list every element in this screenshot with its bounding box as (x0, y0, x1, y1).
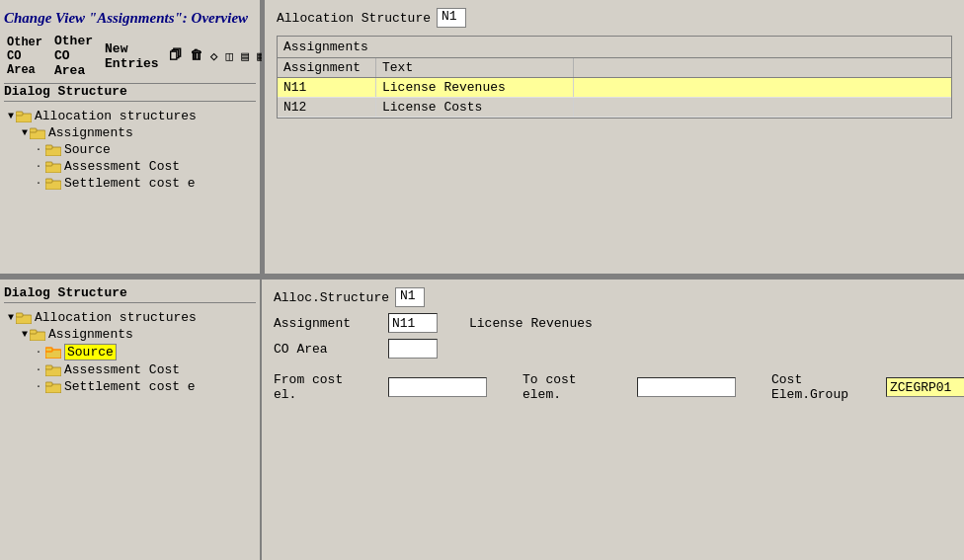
main-container: Change View "Assignments": Overview Othe… (0, 0, 964, 560)
svg-rect-5 (45, 145, 52, 149)
alloc-structure-value[interactable]: N1 (437, 8, 466, 28)
upper-dialog-structure: Change View "Assignments": Overview Othe… (0, 0, 262, 274)
lower-folder-icon-5 (45, 381, 61, 393)
svg-rect-19 (45, 382, 52, 386)
upper-dialog-structure-label: Dialog Structure (4, 84, 127, 99)
lower-tree-allocation-structures-label: Allocation structures (35, 310, 197, 325)
folder-icon-3 (45, 144, 61, 156)
copy-icon[interactable]: 🗍 (168, 46, 183, 66)
tree-assignments-label: Assignments (48, 125, 133, 140)
lower-dialog-structure: Dialog Structure ▼ Allocation structures… (0, 280, 262, 560)
svg-rect-15 (45, 348, 52, 352)
tree-arrow-2: ▼ (22, 127, 28, 138)
lower-cost-elem-row: From cost el. To cost elem. Cost Elem.Gr… (274, 372, 964, 402)
svg-rect-17 (45, 365, 52, 369)
assignments-box: Assignments Assignment Text N11 License … (277, 36, 952, 119)
lower-folder-icon-3-open (45, 347, 61, 359)
lower-from-cost-input[interactable] (388, 377, 487, 397)
lower-tree-assessment-cost-label: Assessment Cost (64, 362, 180, 377)
lower-tree-arrow-5: · (36, 381, 41, 392)
alloc-structure-label: Allocation Structure (277, 11, 431, 26)
lower-assignment-row: Assignment License Revenues (274, 313, 964, 333)
page-title: Change View "Assignments": Overview (4, 6, 256, 33)
lower-folder-icon-1 (16, 312, 32, 324)
lower-assignment-text: License Revenues (469, 316, 593, 331)
delete-icon[interactable]: 🗑 (189, 46, 203, 66)
lower-assignment-label: Assignment (274, 316, 372, 331)
lower-tree-assignments-label: Assignments (48, 327, 133, 342)
lower-tree-source[interactable]: · Source (4, 343, 256, 361)
lower-tree-arrow-4: · (36, 364, 41, 375)
lower-right-panel: Alloc.Structure N1 Assignment License Re… (262, 280, 964, 560)
lower-co-area-label: CO Area (274, 342, 372, 357)
tree-arrow-3: · (36, 144, 41, 155)
undo-icon[interactable]: ◇ (209, 46, 219, 66)
table2-icon[interactable]: ▤ (240, 46, 250, 66)
lower-tree-settlement-cost[interactable]: · Settlement cost e (4, 378, 256, 395)
tree-assessment-cost-label: Assessment Cost (64, 159, 180, 174)
upper-section: Change View "Assignments": Overview Othe… (0, 0, 964, 277)
tree-arrow-5: · (36, 178, 41, 189)
lower-alloc-structure-value[interactable]: N1 (395, 287, 425, 307)
tree-assessment-cost[interactable]: · Assessment Cost (4, 158, 256, 175)
lower-tree-arrow-2: ▼ (22, 329, 28, 340)
lower-from-cost-label: From cost el. (274, 372, 372, 402)
lower-section: Dialog Structure ▼ Allocation structures… (0, 280, 964, 560)
lower-folder-icon-4 (45, 364, 61, 376)
tree-source-label: Source (64, 142, 111, 157)
alloc-structure-row: Allocation Structure N1 (277, 8, 952, 28)
cell-assignment-n11: N11 (278, 78, 376, 97)
tree-settlement-cost[interactable]: · Settlement cost e (4, 175, 256, 192)
upper-right-panel: Allocation Structure N1 Assignments Assi… (265, 0, 964, 274)
col-header-assignment: Assignment (278, 58, 376, 77)
table-row-n11[interactable]: N11 License Revenues (278, 78, 951, 98)
lower-tree-assessment-cost[interactable]: · Assessment Cost (4, 361, 256, 378)
lower-cost-elem-group-label: Cost Elem.Group (771, 372, 870, 402)
svg-rect-13 (30, 330, 37, 334)
assignments-box-title: Assignments (278, 37, 951, 58)
tree-arrow-4: · (36, 161, 41, 172)
lower-tree-allocation-structures[interactable]: ▼ Allocation structures (4, 309, 256, 326)
lower-folder-icon-2 (30, 329, 45, 341)
lower-alloc-structure-label: Alloc.Structure (274, 290, 389, 305)
col-header-text: Text (376, 58, 574, 77)
lower-alloc-structure-row: Alloc.Structure N1 (274, 287, 964, 307)
assignments-table-header: Assignment Text (278, 58, 951, 78)
tree-allocation-structures[interactable]: ▼ Allocation structures (4, 108, 256, 124)
folder-icon-4 (45, 161, 61, 173)
svg-rect-1 (16, 112, 23, 116)
tree-source[interactable]: · Source (4, 141, 256, 158)
svg-rect-9 (45, 179, 52, 183)
folder-icon-5 (45, 178, 61, 190)
lower-to-cost-input[interactable] (637, 377, 736, 397)
upper-toolbar: Other CO Area Other CO Area New Entries … (4, 33, 256, 84)
svg-rect-7 (45, 162, 52, 166)
svg-rect-3 (30, 128, 37, 132)
lower-to-cost-label: To cost elem. (522, 372, 621, 402)
lower-tree-arrow-3: · (36, 347, 41, 358)
other-co-area-button[interactable]: Other CO Area (4, 35, 45, 78)
cell-assignment-n12: N12 (278, 98, 376, 117)
table1-icon[interactable]: ◫ (224, 46, 234, 66)
lower-cost-elem-group-input[interactable] (886, 377, 964, 397)
table-row-n12[interactable]: N12 License Costs (278, 98, 951, 118)
tree-assignments[interactable]: ▼ Assignments (4, 124, 256, 141)
new-entries-button[interactable]: New Entries (102, 40, 162, 72)
folder-icon-2 (30, 127, 45, 139)
folder-icon-1 (16, 111, 32, 122)
tree-settlement-cost-label: Settlement cost e (64, 176, 196, 191)
svg-rect-11 (16, 313, 23, 317)
cell-text-n11: License Revenues (376, 78, 574, 97)
lower-co-area-row: CO Area (274, 339, 964, 359)
lower-dialog-structure-label: Dialog Structure (4, 285, 256, 303)
other-co-area-label[interactable]: Other CO Area (51, 33, 96, 79)
lower-tree-arrow-1: ▼ (8, 312, 14, 323)
lower-tree-settlement-cost-label: Settlement cost e (64, 379, 196, 394)
lower-co-area-input[interactable] (388, 339, 438, 359)
lower-assignment-input[interactable] (388, 313, 438, 333)
cell-text-n12: License Costs (376, 98, 574, 117)
lower-tree-source-label: Source (64, 344, 117, 360)
lower-tree-assignments[interactable]: ▼ Assignments (4, 326, 256, 343)
tree-allocation-structures-label: Allocation structures (35, 109, 197, 123)
upper-dialog-title: Change View "Assignments": Overview Othe… (4, 6, 256, 102)
